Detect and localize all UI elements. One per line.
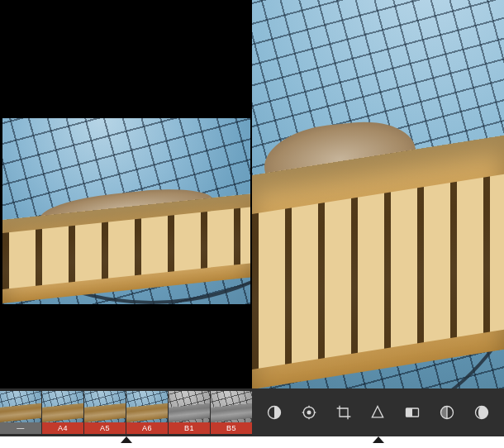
caret-up-icon (121, 436, 132, 443)
filter-thumb-a4[interactable]: A4 (42, 391, 83, 434)
photo-preview-right (252, 0, 504, 388)
crop-icon[interactable] (330, 398, 358, 427)
filter-thumb-a5[interactable]: A5 (84, 391, 126, 434)
filter-thumb-a6[interactable]: A6 (126, 391, 168, 434)
filter-strip[interactable]: —A4A5A6B1B5 (0, 388, 252, 436)
preview-left[interactable] (0, 0, 252, 388)
filter-label: — (0, 422, 41, 434)
sharpen-icon[interactable] (364, 398, 392, 427)
svg-rect-8 (407, 408, 413, 417)
filter-label: A4 (42, 422, 83, 434)
filter-label: B5 (211, 422, 252, 434)
tool-strip (252, 388, 504, 436)
adjust-icon[interactable] (295, 398, 323, 427)
shadows-icon[interactable] (468, 398, 496, 427)
contrast-icon[interactable] (260, 398, 288, 427)
filter-label: A5 (84, 422, 126, 434)
preview-right[interactable] (252, 0, 504, 388)
filter-thumb-b1[interactable]: B1 (169, 391, 210, 434)
svg-point-2 (307, 411, 311, 415)
filter-thumb-none[interactable]: — (0, 391, 41, 434)
left-panel: —A4A5A6B1B5 (0, 0, 252, 448)
exposure-icon[interactable] (433, 398, 461, 427)
filter-label: A6 (126, 422, 168, 434)
tool-indicator-bar (252, 436, 504, 448)
filter-indicator-bar (0, 436, 252, 448)
vignette-icon[interactable] (398, 398, 426, 427)
caret-up-icon (373, 436, 384, 443)
photo-preview-left (2, 118, 250, 304)
right-panel (252, 0, 504, 448)
filter-thumb-b5[interactable]: B5 (211, 391, 252, 434)
filter-label: B1 (169, 422, 210, 434)
